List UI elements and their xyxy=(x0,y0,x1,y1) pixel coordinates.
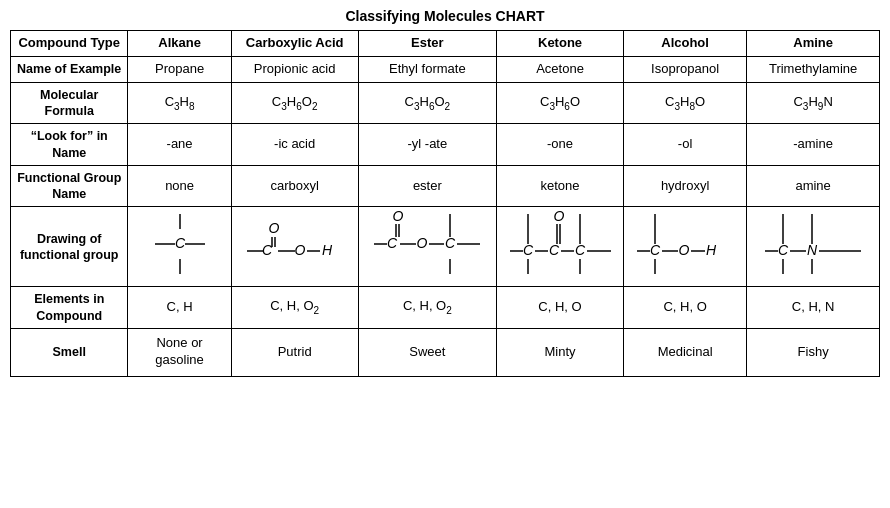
svg-text:O: O xyxy=(268,220,279,236)
label-functional-group: Functional Group Name xyxy=(11,165,128,207)
cell-amine-fg: amine xyxy=(747,165,880,207)
cell-ester-drawing: C O O C xyxy=(358,207,497,287)
row-elements: Elements in Compound C, H C, H, O2 C, H,… xyxy=(11,287,880,329)
cell-alkane-smell: None or gasoline xyxy=(128,328,231,376)
cell-alkane-formula: C3H8 xyxy=(128,82,231,124)
header-ketone: Ketone xyxy=(497,31,624,57)
svg-text:C: C xyxy=(445,235,456,251)
cell-alcohol-look: -ol xyxy=(623,124,746,166)
cell-alcohol-name: Isopropanol xyxy=(623,56,746,82)
cell-amine-elements: C, H, N xyxy=(747,287,880,329)
label-elements: Elements in Compound xyxy=(11,287,128,329)
cell-ester-look: -yl -ate xyxy=(358,124,497,166)
svg-text:H: H xyxy=(706,242,717,258)
row-look-for: “Look for” in Name -ane -ic acid -yl -at… xyxy=(11,124,880,166)
cell-ketone-elements: C, H, O xyxy=(497,287,624,329)
cell-ketone-name: Acetone xyxy=(497,56,624,82)
svg-text:C: C xyxy=(387,235,398,251)
svg-text:O: O xyxy=(679,242,690,258)
cell-alkane-look: -ane xyxy=(128,124,231,166)
svg-text:C: C xyxy=(522,242,533,258)
label-drawing: Drawing of functional group xyxy=(11,207,128,287)
cell-alcohol-elements: C, H, O xyxy=(623,287,746,329)
ketone-structure-svg: C C O C xyxy=(508,209,613,279)
cell-carb-elements: C, H, O2 xyxy=(231,287,358,329)
cell-ketone-smell: Minty xyxy=(497,328,624,376)
cell-ester-fg: ester xyxy=(358,165,497,207)
cell-ester-smell: Sweet xyxy=(358,328,497,376)
cell-alcohol-fg: hydroxyl xyxy=(623,165,746,207)
svg-text:C: C xyxy=(548,242,559,258)
cell-alkane-drawing: C xyxy=(128,207,231,287)
cell-carb-look: -ic acid xyxy=(231,124,358,166)
alcohol-structure-svg: C O H xyxy=(635,209,735,279)
cell-alkane-elements: C, H xyxy=(128,287,231,329)
header-ester: Ester xyxy=(358,31,497,57)
svg-text:O: O xyxy=(553,209,564,224)
row-drawing: Drawing of functional group C xyxy=(11,207,880,287)
cell-alcohol-drawing: C O H xyxy=(623,207,746,287)
amine-structure-svg: C N xyxy=(763,209,863,279)
cell-carb-fg: carboxyl xyxy=(231,165,358,207)
svg-text:C: C xyxy=(574,242,585,258)
svg-text:H: H xyxy=(322,242,333,258)
cell-ketone-look: -one xyxy=(497,124,624,166)
header-amine: Amine xyxy=(747,31,880,57)
cell-alcohol-formula: C3H8O xyxy=(623,82,746,124)
label-smell: Smell xyxy=(11,328,128,376)
cell-carb-smell: Putrid xyxy=(231,328,358,376)
svg-text:O: O xyxy=(393,209,404,224)
label-molecular-formula: Molecular Formula xyxy=(11,82,128,124)
cell-carb-name: Propionic acid xyxy=(231,56,358,82)
row-smell: Smell None or gasoline Putrid Sweet Mint… xyxy=(11,328,880,376)
cell-amine-look: -amine xyxy=(747,124,880,166)
cell-alcohol-smell: Medicinal xyxy=(623,328,746,376)
header-alkane: Alkane xyxy=(128,31,231,57)
cell-amine-drawing: C N xyxy=(747,207,880,287)
cell-alkane-name: Propane xyxy=(128,56,231,82)
cell-amine-smell: Fishy xyxy=(747,328,880,376)
cell-ketone-fg: ketone xyxy=(497,165,624,207)
row-molecular-formula: Molecular Formula C3H8 C3H6O2 C3H6O2 C3H… xyxy=(11,82,880,124)
cell-ketone-formula: C3H6O xyxy=(497,82,624,124)
chart-title: Classifying Molecules CHART xyxy=(10,8,880,24)
cell-alkane-fg: none xyxy=(128,165,231,207)
cell-ester-elements: C, H, O2 xyxy=(358,287,497,329)
cell-carb-formula: C3H6O2 xyxy=(231,82,358,124)
svg-text:C: C xyxy=(175,235,186,251)
row-name-of-example: Name of Example Propane Propionic acid E… xyxy=(11,56,880,82)
label-look-for: “Look for” in Name xyxy=(11,124,128,166)
row-functional-group: Functional Group Name none carboxyl este… xyxy=(11,165,880,207)
cell-carb-drawing: C O O H xyxy=(231,207,358,287)
cell-ester-formula: C3H6O2 xyxy=(358,82,497,124)
svg-text:C: C xyxy=(650,242,661,258)
header-compound-type: Compound Type xyxy=(11,31,128,57)
header-alcohol: Alcohol xyxy=(623,31,746,57)
svg-text:C: C xyxy=(778,242,789,258)
cell-amine-formula: C3H9N xyxy=(747,82,880,124)
cell-ester-name: Ethyl formate xyxy=(358,56,497,82)
svg-text:O: O xyxy=(417,235,428,251)
alkane-structure-svg: C xyxy=(150,209,210,279)
ester-structure-svg: C O O C xyxy=(372,209,482,279)
label-name-of-example: Name of Example xyxy=(11,56,128,82)
svg-text:N: N xyxy=(807,242,818,258)
header-carboxylic-acid: Carboxylic Acid xyxy=(231,31,358,57)
svg-text:O: O xyxy=(294,242,305,258)
cell-amine-name: Trimethylamine xyxy=(747,56,880,82)
carboxylic-structure-svg: C O O H xyxy=(245,209,345,279)
cell-ketone-drawing: C C O C xyxy=(497,207,624,287)
